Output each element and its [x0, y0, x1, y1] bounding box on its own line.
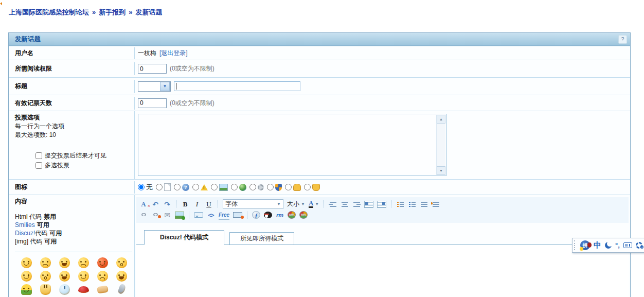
scroll-down-button[interactable]: ▼ [437, 166, 445, 175]
email-icon[interactable]: ✉ [163, 211, 171, 219]
flash-icon[interactable]: ƒ [252, 211, 260, 219]
bold-button[interactable]: B [181, 200, 189, 208]
font-size-dropdown[interactable]: 大小▼ [287, 200, 305, 208]
icon-warning-radio[interactable] [192, 184, 199, 190]
undo-icon[interactable]: ↶ [151, 200, 159, 208]
poll-days-input[interactable] [138, 98, 167, 108]
read-permission-input[interactable] [138, 64, 167, 74]
indent-icon[interactable] [432, 200, 440, 208]
redo-icon[interactable]: ↷ [163, 200, 171, 208]
smiley-victory[interactable] [40, 284, 51, 295]
smiley-shy[interactable] [21, 271, 32, 282]
punctuation-toggle[interactable]: °, [615, 241, 620, 249]
smiley-clock[interactable] [59, 284, 70, 295]
breadcrumb-section-link[interactable]: 新手报到 [99, 8, 126, 16]
poll-visible-after-vote-checkbox[interactable] [35, 152, 42, 159]
tab-discuz-code-mode[interactable]: Discuz! 代码模式 [144, 230, 224, 245]
icon-option-shield[interactable] [267, 184, 282, 191]
icon-option-thumb-down[interactable] [304, 184, 320, 191]
font-family-dropdown[interactable]: 字体▼ [223, 199, 283, 209]
smiley-laugh[interactable] [116, 271, 127, 282]
collapse-panel-button[interactable]: ? [618, 35, 627, 44]
smiley-handshake[interactable] [97, 286, 109, 294]
smiley-grimace[interactable] [97, 271, 108, 282]
unlink-icon[interactable] [151, 213, 159, 217]
smiley-grin[interactable] [59, 257, 70, 268]
smiley-squint[interactable] [78, 271, 89, 282]
tab-wysiwyg-mode[interactable]: 所见即所得模式 [229, 232, 294, 244]
icon-option-globe[interactable] [231, 184, 246, 191]
code-icon[interactable]: <> [207, 211, 215, 219]
poll-multi-choice-checkbox[interactable] [35, 162, 42, 169]
icon-option-page[interactable] [156, 183, 171, 191]
link-icon[interactable] [139, 213, 148, 217]
chinese-mode-toggle[interactable]: 中 [594, 240, 601, 250]
remove-format-icon[interactable]: A× [139, 200, 148, 208]
insert-image-icon[interactable] [175, 212, 184, 219]
smiley-kiss[interactable] [78, 286, 89, 293]
poll-multi-choice-option[interactable]: 多选投票 [35, 161, 130, 170]
smilies-grid [15, 257, 130, 297]
settings-gear-icon[interactable] [636, 242, 642, 249]
icon-option-none[interactable]: 无 [138, 183, 153, 192]
icon-thumb-down-radio[interactable] [304, 184, 311, 190]
smiley-angry[interactable] [97, 257, 108, 268]
smiley-smile[interactable] [21, 257, 32, 268]
title-input[interactable] [174, 81, 300, 91]
message-editor-area[interactable] [136, 245, 629, 297]
quote-icon[interactable] [194, 212, 203, 218]
fullwidth-moon-toggle-icon[interactable] [605, 242, 612, 249]
smiley-sad[interactable] [40, 257, 51, 268]
logout-link[interactable]: [退出登录] [159, 49, 188, 58]
unordered-list-icon[interactable] [408, 200, 416, 208]
align-center-icon[interactable] [341, 200, 349, 208]
icon-option-image[interactable] [211, 184, 228, 191]
poll-options-textarea[interactable]: ▲ ▼ [138, 114, 446, 176]
smiley-phone[interactable] [117, 284, 126, 295]
scroll-up-button[interactable]: ▲ [437, 115, 445, 124]
font-color-button[interactable]: A▼ [309, 200, 319, 208]
align-left-icon[interactable] [329, 200, 337, 208]
free-resource-icon[interactable]: Free [219, 211, 229, 220]
icon-thumb-up-radio[interactable] [285, 184, 292, 190]
icon-image-radio[interactable] [211, 184, 218, 190]
breadcrumb-forum-link[interactable]: 上海国际医院感染控制论坛 [9, 8, 89, 16]
outdent-icon[interactable] [420, 200, 428, 208]
icon-gear-radio[interactable] [249, 184, 256, 190]
remote-image-icon[interactable] [233, 212, 242, 218]
underline-button[interactable]: U [205, 200, 213, 208]
image-align-left-icon[interactable] [364, 201, 373, 208]
smiley-hug[interactable] [21, 284, 32, 295]
discuz-code-link[interactable]: Discuz! [15, 230, 35, 237]
smiley-coy[interactable] [40, 271, 51, 282]
icon-globe-radio[interactable] [231, 184, 238, 190]
icon-option-question[interactable]: ? [174, 184, 189, 191]
breadcrumb-page-link[interactable]: 发新话题 [135, 8, 162, 16]
ordered-list-icon[interactable] [396, 200, 404, 208]
icon-shield-radio[interactable] [267, 184, 274, 190]
image-align-right-icon[interactable] [377, 201, 386, 208]
icon-option-gear[interactable] [249, 184, 264, 190]
topic-category-select[interactable]: ▼ [138, 81, 171, 92]
wma-icon[interactable]: WMA [288, 211, 296, 219]
align-right-icon[interactable] [352, 200, 361, 208]
pinyin-logo-icon[interactable]: 拼 [580, 240, 590, 250]
smiley-giggle[interactable] [59, 271, 70, 282]
ime-drag-handle[interactable] [574, 240, 577, 250]
qq-icon[interactable] [264, 212, 272, 218]
scrollbar[interactable]: ▲ ▼ [436, 115, 445, 175]
realmedia-icon[interactable]: rm [276, 211, 284, 219]
smiley-surprised[interactable] [116, 257, 127, 268]
icon-question-radio[interactable] [174, 184, 181, 190]
icon-none-radio[interactable] [138, 184, 145, 190]
smilies-link[interactable]: Smilies [15, 221, 35, 229]
icon-option-warning[interactable] [192, 184, 208, 190]
wmv-icon[interactable]: WMV [299, 211, 308, 219]
poll-visible-after-vote-option[interactable]: 提交投票后结果才可见 [35, 151, 130, 161]
content-label: 内容 [15, 197, 130, 206]
soft-keyboard-icon[interactable] [623, 242, 632, 248]
icon-page-radio[interactable] [156, 184, 163, 190]
smiley-cry[interactable] [78, 257, 89, 268]
icon-option-thumb-up[interactable] [285, 184, 301, 191]
italic-button[interactable]: I [193, 200, 201, 208]
